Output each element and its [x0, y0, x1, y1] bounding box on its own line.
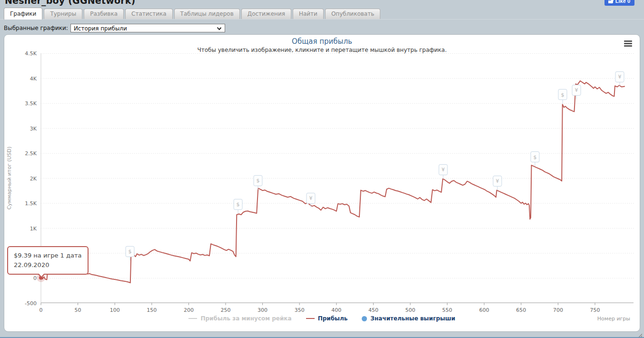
svg-text:¥: ¥	[575, 87, 578, 93]
svg-text:650: 650	[516, 307, 526, 313]
svg-text:$: $	[237, 201, 240, 208]
tab-breakdown[interactable]: Разбивка	[84, 9, 124, 19]
profit-chart-svg[interactable]: 4.5K4K3.5K3K2.5K2K1.5K1K5000-50005010015…	[4, 35, 640, 331]
legend-line-swatch	[306, 318, 315, 319]
tab-achievements[interactable]: Достижения	[241, 9, 291, 19]
tab-leaderboards[interactable]: Таблицы лидеров	[174, 9, 240, 19]
tooltip-line-2: 22.09.2020	[14, 260, 82, 270]
legend-item-profit-minus-rake[interactable]: Прибыль за минусом рейка	[188, 315, 291, 322]
svg-text:4.5K: 4.5K	[25, 50, 37, 57]
svg-text:2K: 2K	[30, 176, 37, 182]
facebook-like-button[interactable]: Like 0	[604, 0, 634, 6]
svg-text:$: $	[533, 154, 536, 160]
chart-panel: Общая прибыль Чтобы увеличить изображени…	[4, 34, 640, 332]
svg-text:¥: ¥	[309, 195, 312, 201]
legend-item-significant-wins[interactable]: Значительные выигрыши	[362, 315, 455, 322]
svg-text:250: 250	[221, 307, 231, 313]
svg-text:700: 700	[553, 307, 563, 313]
svg-text:1K: 1K	[30, 226, 37, 232]
tab-bar: Графики Турниры Разбивка Статистика Табл…	[0, 9, 644, 20]
tab-publish[interactable]: Опубликовать	[325, 9, 380, 19]
chart-legend: Прибыль за минусом рейка Прибыль Значите…	[4, 315, 640, 322]
svg-text:¥: ¥	[442, 167, 445, 173]
legend-label: Значительные выигрыши	[370, 315, 455, 322]
svg-text:350: 350	[295, 307, 305, 313]
svg-text:0: 0	[40, 307, 43, 313]
svg-text:$: $	[256, 178, 259, 184]
graph-select-value: История прибыли	[74, 25, 127, 32]
svg-text:450: 450	[368, 307, 378, 313]
svg-text:500: 500	[406, 307, 416, 313]
svg-text:400: 400	[331, 307, 341, 313]
svg-text:550: 550	[442, 307, 452, 313]
legend-item-profit[interactable]: Прибыль	[306, 315, 348, 322]
svg-text:3.5K: 3.5K	[25, 100, 37, 107]
tooltip-line-1: $9.39 на игре 1 дата	[14, 251, 82, 260]
svg-text:200: 200	[184, 307, 194, 313]
legend-label: Прибыль	[318, 315, 348, 322]
svg-text:300: 300	[258, 307, 268, 313]
graph-selector-row: Выбранные графики: История прибыли	[4, 24, 644, 32]
page-header: Nesher_boy (GGNetwork)	[0, 0, 644, 9]
svg-text:150: 150	[147, 307, 157, 313]
page-title: Nesher_boy (GGNetwork)	[5, 0, 644, 6]
svg-text:1.5K: 1.5K	[25, 200, 37, 207]
svg-text:Суммарный итог (USD): Суммарный итог (USD)	[6, 147, 12, 210]
resize-handle-icon[interactable]	[637, 332, 642, 337]
svg-text:600: 600	[479, 307, 489, 313]
legend-label: Прибыль за минусом рейка	[200, 315, 291, 322]
svg-text:¥: ¥	[618, 74, 621, 80]
thumbs-up-icon	[608, 0, 613, 3]
chevron-down-icon	[217, 26, 221, 30]
tab-graphs[interactable]: Графики	[4, 8, 42, 20]
svg-text:100: 100	[110, 307, 120, 313]
tab-tournaments[interactable]: Турниры	[44, 9, 82, 19]
like-button-label: Like 0	[615, 0, 630, 4]
svg-text:3K: 3K	[30, 126, 37, 132]
legend-dot-swatch	[362, 316, 367, 321]
svg-text:2.5K: 2.5K	[25, 150, 37, 157]
chart-tooltip: $9.39 на игре 1 дата 22.09.2020	[7, 246, 89, 275]
tab-find[interactable]: Найти	[293, 9, 324, 19]
tab-statistics[interactable]: Статистика	[125, 9, 173, 19]
svg-text:$: $	[129, 249, 132, 255]
legend-line-swatch	[188, 318, 197, 319]
svg-text:-500: -500	[25, 300, 37, 307]
graph-select[interactable]: История прибыли	[70, 24, 225, 32]
svg-text:4K: 4K	[30, 76, 37, 82]
graph-selector-label: Выбранные графики:	[4, 25, 68, 31]
svg-text:0: 0	[33, 275, 37, 281]
svg-text:¥: ¥	[495, 178, 499, 184]
svg-text:750: 750	[590, 307, 600, 313]
svg-text:50: 50	[75, 307, 81, 313]
svg-text:$: $	[561, 92, 565, 98]
